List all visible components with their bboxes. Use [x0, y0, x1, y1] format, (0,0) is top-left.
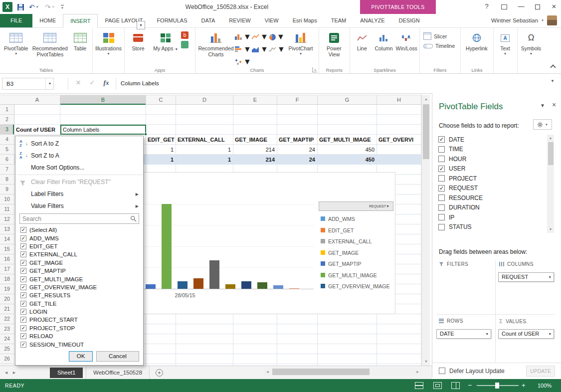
- timeline-button[interactable]: Timeline: [421, 41, 459, 50]
- vertical-scrollbar[interactable]: ▲ ▼: [421, 95, 430, 366]
- scroll-left-arrow-icon[interactable]: ◄: [263, 368, 272, 376]
- filter-list-item[interactable]: ✓PROJECT_STOP: [20, 324, 140, 332]
- column-header-E[interactable]: E: [233, 95, 277, 105]
- store-button[interactable]: Store: [126, 28, 150, 67]
- cancel-entry-button[interactable]: ✕: [73, 79, 84, 86]
- insert-stock-chart-button[interactable]: ▼: [269, 43, 285, 55]
- field-list-item[interactable]: ✓USER: [436, 164, 546, 174]
- pivot-column-label[interactable]: GET_MAPTIP: [279, 136, 314, 143]
- clear-filter-menu-item[interactable]: Clear Filter From "REQUEST": [15, 176, 143, 188]
- legend-field-button[interactable]: ▼REQUEST: [319, 201, 393, 211]
- zoom-out-button[interactable]: −: [468, 381, 472, 389]
- tab-view[interactable]: VIEW: [258, 14, 286, 27]
- row-header-1[interactable]: 1: [0, 105, 14, 115]
- tools-button[interactable]: ▼: [533, 119, 552, 130]
- sheet-tab-sheet1[interactable]: Sheet1: [50, 368, 83, 378]
- ok-button[interactable]: OK: [69, 351, 93, 362]
- field-list-item[interactable]: PROJECT: [436, 174, 546, 184]
- row-header-11[interactable]: 11: [0, 204, 14, 214]
- pivot-column-label[interactable]: GET_IMAGE: [235, 136, 267, 143]
- defer-layout-checkbox[interactable]: [439, 368, 445, 374]
- hyperlink-button[interactable]: Hyperlink: [462, 28, 491, 67]
- column-header-D[interactable]: D: [176, 95, 233, 105]
- sparkline-line-button[interactable]: Line: [352, 28, 373, 67]
- row-header-26[interactable]: 26: [0, 354, 14, 364]
- horizontal-scrollbar[interactable]: ◄ ►: [263, 368, 422, 376]
- filter-list-item[interactable]: ✓LOGIN: [20, 308, 140, 316]
- scroll-up-arrow-icon[interactable]: ▲: [547, 135, 554, 142]
- previous-sheet-arrow-icon[interactable]: ◄: [4, 370, 8, 375]
- row-header-17[interactable]: 17: [0, 264, 14, 274]
- filter-list-item[interactable]: ✓GET_MULTI_IMAGE: [20, 275, 140, 283]
- columns-area-field-chip[interactable]: REQUEST▼: [498, 272, 554, 282]
- formula-content[interactable]: Column Labels: [121, 80, 159, 86]
- zoom-in-button[interactable]: +: [522, 382, 526, 389]
- slicer-button[interactable]: Slicer: [421, 31, 459, 41]
- recommended-pivottables-button[interactable]: Recommended PivotTables: [30, 28, 69, 67]
- tab-data[interactable]: DATA: [194, 14, 222, 27]
- filter-list-item[interactable]: ✓ADD_WMS: [20, 234, 140, 242]
- pivot-total-cell[interactable]: 214: [233, 156, 275, 163]
- row-header-2[interactable]: 2: [0, 115, 14, 125]
- field-list-item[interactable]: RESOURCE: [436, 193, 546, 203]
- page-layout-view-button[interactable]: [433, 382, 442, 389]
- row-header-19[interactable]: 19: [0, 284, 14, 294]
- text-button[interactable]: A Text ▼: [495, 28, 515, 67]
- pivot-column-label[interactable]: EDIT_GET: [148, 136, 175, 143]
- tab-analyze[interactable]: ANALYZE: [353, 14, 391, 27]
- column-labels-filter-dropdown-button[interactable]: ▼: [137, 21, 145, 29]
- recommended-charts-button[interactable]: Recommended Charts: [197, 28, 235, 67]
- update-button[interactable]: UPDATE: [526, 366, 555, 377]
- field-list-item[interactable]: ✓REQUEST: [436, 184, 546, 194]
- normal-view-button[interactable]: [415, 382, 423, 389]
- pane-options-arrow-icon[interactable]: ▼: [540, 103, 545, 108]
- illustrations-button[interactable]: Illustrations ▼: [94, 28, 123, 67]
- field-list-item[interactable]: DURATION: [436, 203, 546, 213]
- filter-list-item[interactable]: ✓EXTERNAL_CALL: [20, 250, 140, 258]
- page-break-preview-button[interactable]: [451, 382, 460, 389]
- row-header-22[interactable]: 22: [0, 314, 14, 324]
- cancel-button[interactable]: Cancel: [96, 351, 139, 362]
- minimize-button[interactable]: —: [514, 0, 528, 14]
- field-list-item[interactable]: HOUR: [436, 154, 546, 164]
- ribbon-display-options-button[interactable]: [497, 0, 511, 14]
- pivot-total-cell[interactable]: 1: [176, 156, 231, 163]
- pivot-value-cell[interactable]: 1: [146, 146, 174, 153]
- pivot-column-label[interactable]: GET_OVERVI: [378, 136, 413, 143]
- next-sheet-arrow-icon[interactable]: ►: [12, 370, 16, 375]
- pivot-total-cell[interactable]: 24: [277, 156, 315, 163]
- filter-list-item[interactable]: ✓PROJECT_START: [20, 316, 140, 324]
- row-header-6[interactable]: 6: [0, 155, 14, 165]
- label-filters-menu-item[interactable]: Label Filters ▶: [15, 188, 143, 200]
- insert-scatter-chart-button[interactable]: ▼: [235, 56, 251, 68]
- row-header-3[interactable]: 3: [0, 125, 14, 135]
- charts-dialog-launcher[interactable]: ↘: [312, 67, 317, 72]
- pivot-value-cell[interactable]: 214: [233, 146, 275, 153]
- more-sort-options-menu-item[interactable]: More Sort Options...: [15, 162, 143, 174]
- column-header-C[interactable]: C: [146, 95, 176, 105]
- column-header-A[interactable]: A: [14, 95, 60, 105]
- row-header-23[interactable]: 23: [0, 324, 14, 334]
- close-button[interactable]: ×: [547, 0, 561, 14]
- row-header-24[interactable]: 24: [0, 334, 14, 344]
- maximize-button[interactable]: [531, 0, 545, 14]
- row-header-25[interactable]: 25: [0, 344, 14, 354]
- tab-review[interactable]: REVIEW: [222, 14, 257, 27]
- name-box-dropdown-arrow-icon[interactable]: ▼: [45, 78, 54, 89]
- column-header-B[interactable]: B: [60, 95, 146, 105]
- symbols-button[interactable]: Ω Symbols ▼: [519, 28, 543, 67]
- row-header-20[interactable]: 20: [0, 294, 14, 304]
- row-header-9[interactable]: 9: [0, 185, 14, 195]
- sort-a-to-z-menu-item[interactable]: AZ↓ Sort A to Z: [15, 138, 143, 150]
- pivot-value-cell[interactable]: 450: [318, 146, 374, 153]
- bing-maps-icon[interactable]: b: [181, 31, 188, 39]
- column-header-G[interactable]: G: [318, 95, 377, 105]
- tab-team[interactable]: TEAM: [324, 14, 354, 27]
- filter-search-input[interactable]: [19, 213, 139, 224]
- filter-list-item[interactable]: ✓SESSION_TIMEOUT: [20, 340, 140, 348]
- account-menu[interactable]: Wintner Sebastian ▼: [491, 15, 557, 25]
- people-graph-icon[interactable]: [181, 41, 188, 48]
- row-header-4[interactable]: 4: [0, 135, 14, 145]
- row-header-5[interactable]: 5: [0, 145, 14, 155]
- pivot-column-label[interactable]: GET_MULTI_IMAGE: [319, 136, 371, 143]
